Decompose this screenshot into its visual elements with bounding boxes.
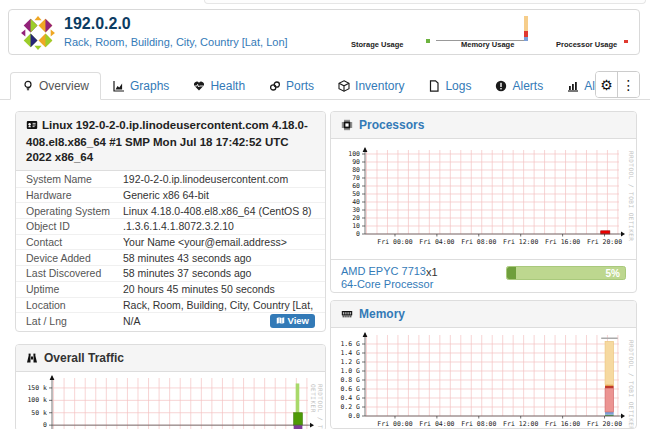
svg-text:10: 10 — [352, 222, 360, 230]
rrdtool-watermark: RRDTOOL / TOBI OETIKER — [628, 340, 635, 429]
tab-logs[interactable]: Logs — [416, 72, 483, 100]
attr-label: Hardware — [26, 189, 123, 201]
svg-text:Fri 08:00: Fri 08:00 — [461, 238, 496, 246]
svg-text:1.4 G: 1.4 G — [340, 349, 360, 357]
attr-label: Location — [26, 299, 123, 311]
tab-ports[interactable]: Ports — [257, 72, 326, 100]
device-actions-group: ⚙ ⋮ — [595, 71, 640, 98]
tab-overview[interactable]: Overview — [10, 72, 101, 100]
attr-value: Generic x86 64-bit — [123, 189, 315, 201]
memory-chart[interactable]: RRDTOOL / TOBI OETIKER 0.00.2 G0.4 G0.6 … — [331, 328, 636, 429]
attr-value: Your Name <your@email.address> — [123, 236, 315, 248]
processors-chart[interactable]: RRDTOOL / TOBI OETIKER 01020304050607080… — [331, 139, 636, 259]
memory-panel: Memory RRDTOOL / TOBI OETIKER 0.00.2 G0.… — [330, 300, 637, 429]
svg-text:Fri 16:00: Fri 16:00 — [545, 420, 580, 428]
device-attr-row: System Name192-0-2-0.ip.linodeuserconten… — [16, 171, 325, 187]
attr-value: .1.3.6.1.4.1.8072.3.2.10 — [123, 220, 315, 232]
tab-label: Alerts — [512, 79, 543, 93]
binoculars-icon — [26, 352, 38, 364]
attr-value: 20 hours 45 minutes 50 seconds — [123, 283, 315, 295]
attr-value: Rack, Room, Building, City, Country [Lat… — [123, 299, 315, 311]
attr-value: 192-0-2-0.ip.linodeusercontent.com — [123, 173, 315, 185]
svg-text:0.2 G: 0.2 G — [340, 403, 360, 411]
svg-text:1.2 G: 1.2 G — [340, 358, 360, 366]
device-attr-row: Object ID.1.3.6.1.4.1.8072.3.2.10 — [16, 218, 325, 234]
svg-text:1.0 G: 1.0 G — [340, 367, 360, 375]
tab-inventory[interactable]: Inventory — [326, 72, 416, 100]
kebab-icon[interactable]: ⋮ — [617, 72, 639, 97]
memory-title[interactable]: Memory — [359, 307, 405, 321]
processors-title[interactable]: Processors — [359, 118, 424, 132]
svg-text:Fri 12:00: Fri 12:00 — [503, 420, 538, 428]
processors-panel: Processors RRDTOOL / TOBI OETIKER 010203… — [330, 111, 637, 293]
device-attr-row: Device Added58 minutes 43 seconds ago — [16, 249, 325, 265]
attr-label: Lat / Lng — [26, 315, 123, 327]
id-card-icon — [26, 119, 38, 135]
svg-text:50 k: 50 k — [31, 409, 47, 417]
tab-label: Graphs — [130, 79, 169, 93]
link-icon — [269, 80, 281, 92]
device-attr-row: HardwareGeneric x86 64-bit — [16, 187, 325, 203]
centos-logo — [20, 15, 56, 51]
storage-usage-minigraph[interactable] — [426, 39, 430, 43]
navbar-remnant — [204, 0, 646, 4]
view-map-button[interactable]: View — [270, 314, 315, 328]
processor-usage-label: Processor Usage — [556, 40, 617, 49]
svg-text:Fri 04:00: Fri 04:00 — [419, 420, 454, 428]
attr-value: 58 minutes 43 seconds ago — [123, 252, 315, 264]
device-location-link[interactable]: Rack, Room, Building, City, Country [Lat… — [64, 36, 288, 48]
tab-alerts[interactable]: Alerts — [483, 72, 555, 100]
processor-usage-minigraph[interactable] — [624, 40, 628, 43]
device-attr-row: Operating SystemLinux 4.18.0-408.el8.x86… — [16, 202, 325, 218]
heartbeat-icon — [193, 80, 205, 92]
attr-value: 58 minutes 37 seconds ago — [123, 267, 315, 279]
device-attr-row: ContactYour Name <your@email.address> — [16, 234, 325, 250]
rrdtool-watermark: RRDTOOL / TOBI OETIKER — [628, 151, 635, 241]
tab-label: Overview — [39, 79, 89, 93]
device-header-card: 192.0.2.0 Rack, Room, Building, City, Co… — [8, 9, 640, 55]
device-tabbar: OverviewGraphsHealthPortsInventoryLogsAl… — [0, 69, 650, 100]
tab-label: Inventory — [355, 79, 404, 93]
cpu-usage-percent: 5% — [606, 267, 620, 280]
device-title: 192.0.2.0 — [64, 15, 131, 33]
attr-label: Uptime — [26, 283, 123, 295]
tab-label: Health — [210, 79, 245, 93]
svg-text:150 k: 150 k — [27, 384, 47, 392]
attr-label: Last Discovered — [26, 267, 123, 279]
attr-label: Device Added — [26, 252, 123, 264]
svg-text:60: 60 — [352, 182, 360, 190]
device-attr-row: Uptime20 hours 45 minutes 50 seconds — [16, 281, 325, 297]
svg-text:70: 70 — [352, 174, 360, 182]
device-attr-row: Lat / LngN/AView — [16, 312, 325, 328]
svg-text:100 k: 100 k — [27, 396, 47, 404]
svg-text:40: 40 — [352, 198, 360, 206]
svg-text:0.8 G: 0.8 G — [340, 376, 360, 384]
memory-icon — [341, 308, 353, 320]
svg-text:0: 0 — [356, 230, 360, 238]
processors-heading: Processors — [331, 112, 636, 139]
attr-value: N/A — [123, 315, 270, 327]
svg-text:20: 20 — [352, 214, 360, 222]
device-info-panel: Linux 192-0-2-0.ip.linodeusercontent.com… — [15, 111, 326, 332]
tab-graphs[interactable]: Graphs — [101, 72, 181, 100]
svg-text:Fri 04:00: Fri 04:00 — [419, 238, 454, 246]
svg-text:50: 50 — [352, 190, 360, 198]
gear-icon[interactable]: ⚙ — [596, 72, 617, 97]
overall-traffic-chart[interactable]: RRDTOOL / TOBI OETIKER 050 k100 k150 k — [16, 372, 325, 429]
memory-heading: Memory — [331, 301, 636, 328]
overall-traffic-heading: Overall Traffic — [16, 345, 325, 372]
tab-health[interactable]: Health — [181, 72, 257, 100]
svg-text:100: 100 — [348, 150, 360, 158]
alert-circle-icon — [495, 80, 507, 92]
svg-text:Fri 16:00: Fri 16:00 — [545, 238, 580, 246]
device-attr-row: Last Discovered58 minutes 37 seconds ago — [16, 265, 325, 281]
cpu-count: x1 — [426, 266, 438, 278]
svg-text:90: 90 — [352, 158, 360, 166]
cpu-usage-bar: 5% — [506, 266, 626, 280]
device-attr-row: LocationRack, Room, Building, City, Coun… — [16, 297, 325, 313]
attr-label: Operating System — [26, 205, 123, 217]
memory-usage-minigraph[interactable] — [434, 15, 534, 42]
attr-label: System Name — [26, 173, 123, 185]
area-chart-icon — [113, 80, 125, 92]
cube-icon — [338, 80, 350, 92]
